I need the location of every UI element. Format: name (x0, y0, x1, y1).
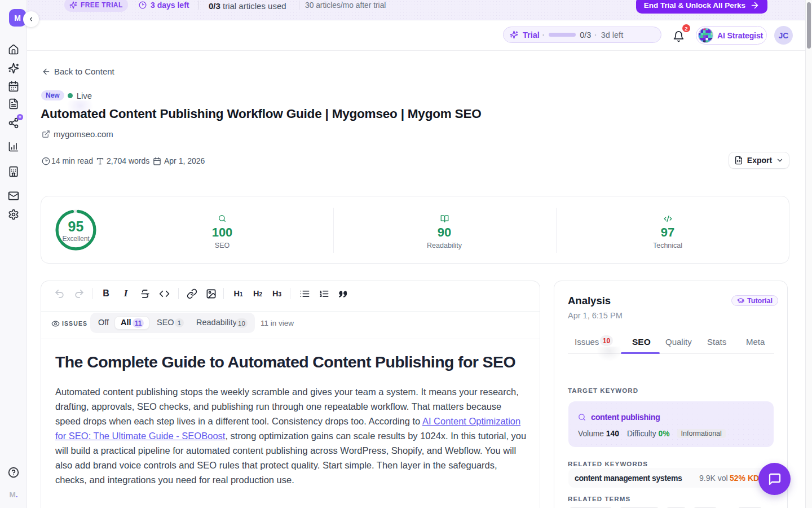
svg-text:95: 95 (68, 218, 84, 234)
svg-text:Excellent: Excellent (62, 235, 90, 243)
